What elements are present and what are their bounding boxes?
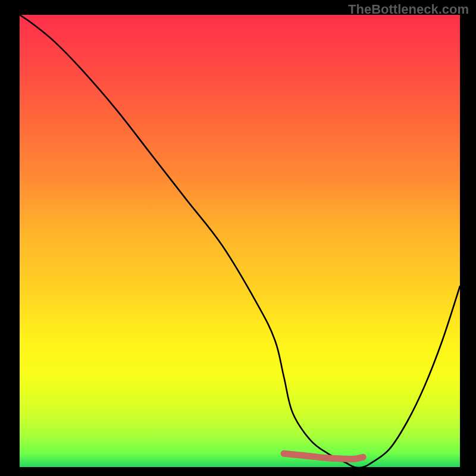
highlight-segment <box>284 453 363 459</box>
watermark-text: TheBottleneck.com <box>348 2 469 17</box>
curve-svg <box>20 15 460 467</box>
bottleneck-curve <box>20 15 460 468</box>
chart-container: TheBottleneck.com <box>0 0 476 476</box>
